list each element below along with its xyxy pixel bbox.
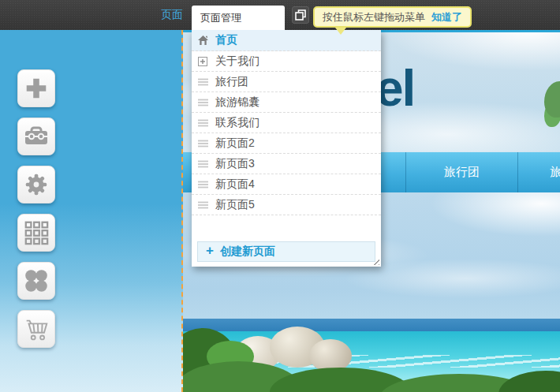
page-menu-item-label: 新页面5 xyxy=(215,198,255,212)
home-icon xyxy=(198,35,211,45)
tooltip-arrow xyxy=(335,28,346,35)
page-menu-item-new2[interactable]: 新页面2 xyxy=(192,133,381,154)
drag-hint-tooltip: 按住鼠标左键拖动菜单 知道了 xyxy=(313,6,472,28)
site-nav-tab-tips[interactable]: 旅游锦囊 xyxy=(517,152,560,192)
page-menu-item-label: 联系我们 xyxy=(215,116,259,130)
page-menu-item-label: 新页面2 xyxy=(215,136,255,151)
page-menu-item-label: 新页面3 xyxy=(215,157,255,171)
drag-handle-icon[interactable] xyxy=(198,201,211,209)
page-menu-item-tours[interactable]: 旅行团 xyxy=(192,72,381,92)
sidebar-settings-button[interactable] xyxy=(17,166,55,203)
topbar: 页面 页面管理 按住鼠标左键拖动菜单 知道了 xyxy=(0,0,560,30)
palm-leaves xyxy=(544,81,560,118)
page-menu-item-label: 旅行团 xyxy=(215,75,248,89)
page-menu-item-label: 关于我们 xyxy=(215,54,259,69)
expand-plus-icon[interactable] xyxy=(198,57,211,66)
page-menu-item-new3[interactable]: 新页面3 xyxy=(192,154,381,174)
sidebar-add-button[interactable] xyxy=(17,69,55,107)
drag-handle-icon[interactable] xyxy=(198,119,211,127)
page-menu-item-contact[interactable]: 联系我们 xyxy=(192,113,381,133)
copy-pages-icon xyxy=(295,9,306,21)
drag-handle-icon[interactable] xyxy=(198,140,211,147)
page-menu-item-home[interactable]: 首页 xyxy=(192,30,381,51)
sidebar-toolbox-button[interactable] xyxy=(17,118,55,155)
page-menu-item-about[interactable]: 关于我们 xyxy=(192,51,381,72)
page-menu-item-label: 新页面4 xyxy=(215,177,255,192)
page-manage-dropdown-value: 页面管理 xyxy=(200,12,241,24)
plus-icon: + xyxy=(206,243,214,259)
sidebar-modules-button[interactable] xyxy=(17,214,55,252)
drag-handle-icon[interactable] xyxy=(198,78,211,86)
site-nav-tab-tours[interactable]: 旅行团 xyxy=(405,152,517,192)
page-menu-item-new5[interactable]: 新页面5 xyxy=(192,195,381,215)
page-menu-item-label: 首页 xyxy=(215,33,237,47)
create-new-page-label: 创建新页面 xyxy=(220,245,275,259)
page-label: 页面 xyxy=(161,0,183,29)
page-menu-item-label: 旅游锦囊 xyxy=(215,95,259,110)
page-edge-guide-line xyxy=(181,30,183,392)
page-manage-dropdown[interactable]: 页面管理 xyxy=(192,6,285,30)
drag-handle-icon[interactable] xyxy=(198,181,211,189)
plus-icon xyxy=(23,75,50,102)
create-new-page-button[interactable]: + 创建新页面 xyxy=(197,241,375,262)
gear-icon xyxy=(23,171,50,198)
site-logo-text: el xyxy=(375,59,414,118)
drag-handle-icon[interactable] xyxy=(198,99,211,106)
cart-icon xyxy=(22,315,50,343)
clover-icon xyxy=(23,267,50,294)
page-menu-panel: 首页 关于我们 旅行团 旅游锦囊 联系我们 xyxy=(192,30,381,267)
drag-hint-text: 按住鼠标左键拖动菜单 xyxy=(323,10,425,24)
toolbox-icon xyxy=(22,123,50,150)
tooltip-dismiss-link[interactable]: 知道了 xyxy=(431,10,462,24)
sidebar-cart-button[interactable] xyxy=(17,310,55,348)
page-menu-item-new4[interactable]: 新页面4 xyxy=(192,174,381,195)
grid-icon xyxy=(23,219,50,246)
page-menu-item-tips[interactable]: 旅游锦囊 xyxy=(192,92,381,113)
drag-handle-icon[interactable] xyxy=(198,160,211,168)
copy-page-button[interactable] xyxy=(292,6,309,24)
photo-sea-deep xyxy=(183,319,560,332)
sidebar-widgets-button[interactable] xyxy=(17,262,55,300)
page-editor-screen: el 旅行团 旅游锦囊 xyxy=(0,0,560,392)
